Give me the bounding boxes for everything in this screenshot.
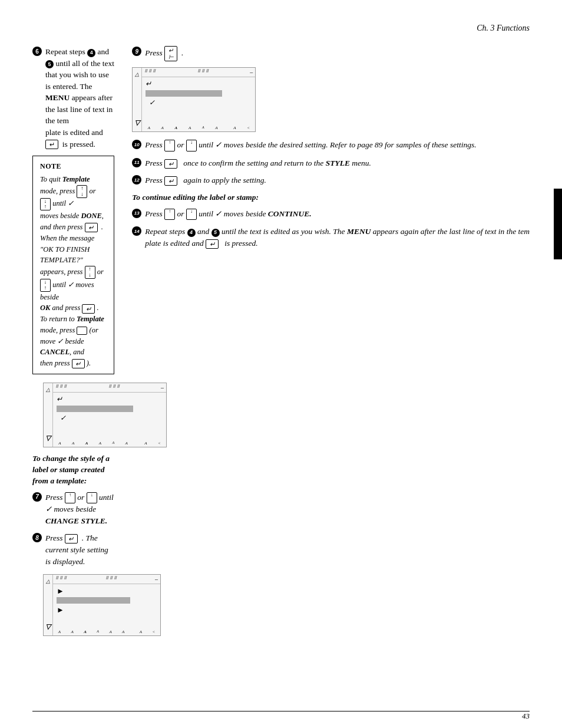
screen-left-sidebar-2: △ ▽ (44, 575, 53, 635)
screen-minus-2: – (155, 576, 158, 582)
scr1-lt: < (247, 126, 250, 130)
screen-top-2: ⠿⠿⠿ ⠿⠿⠿ – (53, 575, 160, 584)
step-11-text: Press ↵ once to confirm the setting and … (145, 157, 530, 169)
step-6-block: 6 Repeat steps 4 and 5 until all of the … (32, 46, 114, 150)
screen-dots-left-1: ⠿⠿⠿ (55, 384, 68, 391)
step-13-text: Press ↑ or ↓ until ✓ moves beside CONTIN… (145, 208, 530, 220)
sc2-a5: A (109, 630, 111, 634)
step-10-text: Press ↑ or ↓ until ✓ moves beside the de… (145, 139, 530, 151)
note-box: NOTE To quit Template mode, press ↑↓ or … (32, 156, 114, 374)
screen-highlight-2 (57, 597, 130, 604)
step-6-text: Repeat steps 4 and 5 until all of the te… (45, 46, 114, 150)
step-8-text: Press ↵ . The current style setting is d… (45, 532, 114, 567)
screen-cursor-r1: ▽ (134, 117, 140, 128)
step-7-block: 7 Press ↑ or ↓ until ✓ moves beside CHAN… (32, 492, 114, 527)
content-columns: 6 Repeat steps 4 and 5 until all of the … (32, 46, 530, 641)
section-heading-style: To change the style of a label or stamp … (32, 453, 114, 487)
screen-display-2: △ ▽ ⠿⠿⠿ ⠿⠿⠿ – ► ► A (43, 574, 161, 636)
sc1-a7: A (144, 441, 147, 446)
step-10-block: 10 Press ↑ or ↓ until ✓ moves beside the… (132, 139, 530, 151)
enter-key-14: ↵ (206, 239, 219, 249)
screen-dots-right-1: ⠿⠿⠿ (108, 384, 121, 391)
screen-arrow-right-2a: ► (57, 587, 157, 596)
screen-bottom-1: A A A A A A A < (53, 441, 166, 446)
step-14-block: 14 Repeat steps 4 and 5 until the text i… (132, 226, 530, 249)
enter-key-s6: ↵ (45, 140, 58, 149)
enter-key-12: ↵ (164, 176, 177, 186)
step-8-block: 8 Press ↵ . The current style setting is… (32, 532, 114, 567)
step-7-text: Press ↑ or ↓ until ✓ moves beside CHANGE… (45, 492, 114, 527)
enter-key-n1: ↵ (85, 223, 98, 232)
step-11-block: 11 Press ↵ once to confirm the setting a… (132, 157, 530, 169)
step-12-block: 12 Press ↵ again to apply the setting. (132, 174, 530, 186)
screen-display-1: △ ▽ ⠿⠿⠿ ⠿⠿⠿ – ↵ ✓ A (43, 383, 167, 447)
step-7-num: 7 (32, 492, 42, 502)
step-12-text: Press ↵ again to apply the setting. (145, 174, 530, 186)
screen-content-1: ⠿⠿⠿ ⠿⠿⠿ – ↵ ✓ (53, 383, 166, 425)
sc1-a6: A (125, 441, 128, 446)
ref-5b: 5 (211, 229, 220, 237)
down-key-n2: ↓↑ (40, 279, 51, 292)
down-key-7: ↓ (87, 492, 97, 504)
screen-left-sidebar-r1: △ ▽ (133, 68, 142, 131)
step-12-num: 12 (132, 175, 141, 185)
left-column: 6 Repeat steps 4 and 5 until all of the … (32, 46, 114, 641)
enter-key-11: ↵ (164, 159, 177, 169)
screen-cursor-1: ▽ (45, 432, 51, 443)
scr1-a6: A (215, 126, 217, 130)
step-9-text: Press ↵⊢ . (145, 46, 530, 61)
note-title: NOTE (40, 161, 107, 172)
screen-top-1: ⠿⠿⠿ ⠿⠿⠿ – (53, 383, 166, 393)
screen-display-right-1: △ ▽ ⠿⠿⠿ ⠿⠿⠿ – ↵ ✓ A (132, 67, 256, 132)
screen-body-2: ► ► (53, 584, 160, 617)
enter-key-n3: ↵ (72, 359, 85, 368)
sc1-a3: A (85, 441, 88, 446)
screen-dots-left-r1: ⠿⠿⠿ (144, 69, 157, 75)
sc2-a7: A (140, 630, 142, 634)
enter-key-8: ↵ (65, 534, 78, 543)
sc2-a1: A (58, 630, 61, 634)
screen-content-2: ⠿⠿⠿ ⠿⠿⠿ – ► ► (53, 575, 160, 617)
step-9-block: 9 Press ↵⊢ . (132, 46, 530, 61)
ref-5: 5 (45, 60, 54, 68)
sc2-a6: A (122, 630, 124, 634)
footer-rule (32, 711, 530, 711)
up-key-7: ↑ (65, 492, 75, 504)
screen-top-r1: ⠿⠿⠿ ⠿⠿⠿ – (142, 68, 255, 77)
step-14-num: 14 (132, 226, 141, 236)
screen-check-r1: ✓ (146, 98, 252, 107)
screen-dots-right-2: ⠿⠿⠿ (105, 576, 118, 582)
scr1-a1: A (148, 126, 150, 130)
sc1-a5: A (112, 441, 114, 446)
right-column: 9 Press ↵⊢ . △ ▽ ⠿⠿⠿ ⠿⠿⠿ – (132, 46, 530, 249)
screen-dots-left-2: ⠿⠿⠿ (55, 576, 68, 582)
footer-page-number: 43 (522, 711, 530, 721)
step-8-num: 8 (32, 533, 42, 542)
screen-cursor-2: ▽ (45, 621, 51, 632)
scr1-a4: A (189, 126, 191, 130)
sc2-lt: < (153, 630, 156, 634)
step-13-num: 13 (132, 209, 141, 218)
screen-enter-sym-1: ↵ (57, 395, 163, 404)
step-14-text: Repeat steps 4 and 5 until the text is e… (145, 226, 530, 249)
note-text: To quit Template mode, press ↑↓ or ↓↑ un… (40, 174, 107, 369)
screen-up-arrow-r1: △ (135, 71, 139, 77)
scr1-a2: A (161, 126, 164, 130)
screen-left-sidebar-1: △ ▽ (44, 383, 53, 447)
step-13-block: 13 Press ↑ or ↓ until ✓ moves beside CON… (132, 208, 530, 220)
screen-bottom-2: A A A A A A A < (53, 630, 160, 634)
chapter-tab (554, 189, 562, 259)
screen-check-1: ✓ (57, 414, 163, 423)
screen-enter-sym-r1: ↵ (146, 80, 252, 88)
up-key-n2: ↑↓ (85, 266, 95, 279)
section-heading-continue: To continue editing the label or stamp: (132, 192, 530, 203)
scr1-a3: A (175, 126, 178, 130)
sc2-a2: A (71, 630, 73, 634)
ref-4b: 4 (187, 229, 196, 237)
down-key-10: ↓ (186, 140, 197, 151)
enter-key-n2: ↵ (82, 304, 95, 314)
screen-arrow-right-2b: ► (57, 605, 157, 615)
screen-content-r1: ⠿⠿⠿ ⠿⠿⠿ – ↵ ✓ (142, 68, 255, 110)
step-9-num: 9 (132, 47, 141, 56)
space-key-n (77, 327, 87, 335)
